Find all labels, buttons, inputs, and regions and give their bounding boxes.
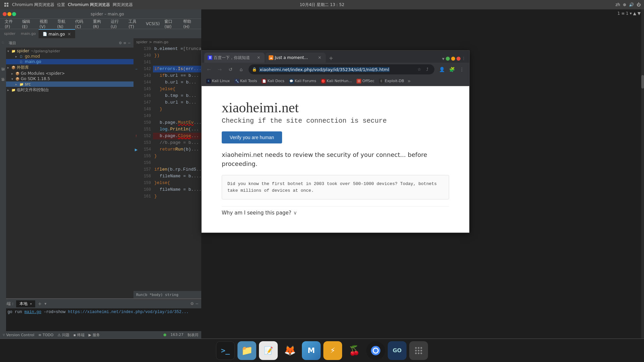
terminal-btn[interactable]: ▪ 终端	[73, 333, 85, 338]
files-icon: 📁	[241, 345, 253, 356]
menu-help[interactable]: 帮助(H)	[181, 18, 199, 30]
taskbar-firefox[interactable]: 🦊	[280, 341, 299, 360]
window-menu-label[interactable]: 网页浏览器	[113, 2, 133, 8]
menu-view[interactable]: 视图(V)	[38, 18, 55, 30]
lang-indicator[interactable]: zh	[615, 2, 620, 7]
docs-favicon: 📄	[262, 79, 266, 83]
grid-menu-icon[interactable]	[3, 2, 9, 8]
extensions-btn[interactable]: 🧩	[447, 65, 457, 74]
terminal-minimize-btn[interactable]: −	[195, 301, 199, 306]
baidu-tab-close[interactable]: ✕	[256, 55, 261, 60]
profile-btn[interactable]: 👤	[437, 65, 446, 74]
menu-window[interactable]: 窗口(W)	[162, 18, 180, 30]
share-btn[interactable]: ⤴	[424, 66, 431, 73]
taskbar-files[interactable]: 📁	[237, 341, 256, 360]
win-ctrl-max[interactable]	[451, 57, 455, 61]
tree-close-icon[interactable]: −	[128, 41, 131, 45]
bookmark-star-btn[interactable]: ☆	[416, 66, 423, 73]
code-content[interactable]: b.element = [truncated] }) if errors . I…	[153, 46, 201, 291]
new-tab-btn[interactable]: +	[326, 53, 336, 63]
address-bar[interactable]: 🔒 xiaoheimi.net/index.php/vod/play/id/35…	[249, 64, 434, 74]
win-ctrl-close[interactable]	[457, 57, 461, 61]
menu-tools[interactable]: 工具(T)	[126, 18, 143, 30]
power-icon[interactable]: ⏻	[637, 2, 641, 7]
cf-faq-btn[interactable]: Why am I seeing this page? ∨	[222, 206, 449, 216]
position-menu-label[interactable]: 位置	[57, 2, 65, 8]
tree-item-external-libs[interactable]: ▸ 📦 外部库	[6, 64, 133, 71]
taskbar-ftp[interactable]: ⚡	[323, 341, 342, 360]
ln-148: 148	[139, 106, 151, 113]
bm-kali-nethun[interactable]: 🔴 Kali NetHun...	[319, 78, 354, 84]
menu-vcs[interactable]: VCS(S)	[144, 21, 162, 27]
gutter-run-mark-154[interactable]: ▶	[135, 147, 138, 153]
taskbar-mail[interactable]: M	[302, 341, 321, 360]
volume-icon[interactable]: 🔊	[629, 2, 634, 7]
bm-kali-tools[interactable]: 🔧 Kali Tools	[232, 78, 259, 84]
ide-maximize-btn[interactable]	[12, 12, 16, 16]
tree-item-maingo[interactable]: 🗋 main.go	[6, 59, 133, 64]
menu-file[interactable]: 文件(F)	[3, 18, 19, 30]
home-btn[interactable]: ⌂	[236, 65, 246, 74]
terminal-tab-local[interactable]: 本地 ▾	[16, 300, 35, 307]
bm-exploit-db[interactable]: E Exploit-DB	[377, 78, 406, 84]
right-scrollbar-thumb[interactable]	[641, 75, 644, 88]
bm-kali-forums[interactable]: 💬 Kali Forums	[287, 78, 318, 84]
ide-tab-active[interactable]: 📄 main.go ✕	[39, 29, 75, 38]
tree-item-gosdk[interactable]: ▾ 📦 Go SDK 1.18.5	[6, 76, 133, 81]
ide-close-btn[interactable]	[3, 12, 7, 16]
tree-settings-icon[interactable]: ⚙	[119, 41, 122, 45]
browser-tab-baidu[interactable]: 百 百度一下，你就知道 ✕	[204, 53, 265, 63]
tree-item-tempfiles[interactable]: ▸ 📁 临时文件和控制台	[6, 87, 133, 93]
taskbar-app-grid[interactable]	[409, 341, 428, 360]
system-datetime: 10月4日 星期二 13：52	[300, 2, 344, 8]
app-menu-label[interactable]: Chromium 网页浏览器	[12, 2, 54, 8]
tree-root-spider[interactable]: ▾ 📁 spider ~/golang/spider	[6, 48, 133, 54]
browser-tab-cf[interactable]: ☁ Just a moment... ✕	[265, 53, 326, 63]
verify-human-btn[interactable]: Verify you are human	[222, 131, 282, 143]
menu-run[interactable]: 运行(U)	[109, 18, 126, 30]
bm-kali-linux[interactable]: K Kali Linux	[204, 78, 232, 84]
bm-offsec[interactable]: O OffSec	[355, 78, 376, 84]
problems-btn[interactable]: ⚠ 问题	[57, 333, 69, 338]
tab-list-btn[interactable]: ▾	[442, 56, 444, 61]
terminal-settings-btn[interactable]: ⚙	[190, 301, 194, 306]
terminal-expand-btn[interactable]: ▾	[45, 301, 47, 306]
services-btn[interactable]: ▶ 服务	[89, 333, 100, 338]
taskbar-goland[interactable]: GO	[388, 341, 407, 360]
taskbar-text-editor[interactable]: 📝	[259, 341, 278, 360]
tree-item-gomod[interactable]: ▸ 🗋 go.mod	[6, 54, 133, 59]
menu-navigate[interactable]: 导航(N)	[55, 18, 72, 30]
system-bar-left: Chromium 网页浏览器 位置 Chromium 网页浏览器 网页浏览器	[3, 2, 133, 8]
sidebar-structure-icon[interactable]: ◫	[1, 41, 5, 46]
bookmarks-more-btn[interactable]: »	[408, 78, 411, 84]
win-ctrl-min[interactable]	[446, 57, 450, 61]
browser-settings-icon[interactable]: ⋮	[462, 56, 467, 61]
tree-item-gomodules[interactable]: ▸ 📦 Go Modules <spider>	[6, 71, 133, 76]
ide-minimize-btn[interactable]	[7, 12, 11, 16]
browser-menu-btn[interactable]: ⋮	[457, 65, 467, 74]
tree-collapse-icon[interactable]: ≡	[123, 41, 126, 45]
tab-close-btn[interactable]: ✕	[68, 32, 71, 37]
forward-btn[interactable]: →	[215, 65, 224, 74]
back-btn[interactable]: ←	[204, 65, 214, 74]
taskbar-terminal[interactable]: >_	[216, 341, 235, 360]
tree-item-src[interactable]: ▸ 📁 src	[6, 81, 133, 87]
menu-refactor[interactable]: 重构(R)	[91, 18, 108, 30]
bm-kali-docs[interactable]: 📄 Kali Docs	[260, 78, 286, 84]
version-control-btn[interactable]: ⑂ Version Control	[3, 333, 34, 337]
reload-btn[interactable]: ↺	[226, 65, 235, 74]
gutter-run-icon-142[interactable]: →	[135, 67, 137, 71]
taskbar-cherry[interactable]: 🍒	[345, 341, 364, 360]
zoom-up-btn[interactable]: ▲	[633, 11, 636, 16]
ln-139: 139	[139, 46, 151, 52]
cf-tab-close[interactable]: ✕	[317, 55, 322, 60]
taskbar-chromium[interactable]	[366, 341, 385, 360]
zoom-down-btn[interactable]: ▼	[638, 11, 641, 16]
cf-needs-review-text: xiaoheimi.net needs to review the securi…	[222, 150, 449, 168]
menu-code[interactable]: 代码(C)	[73, 18, 90, 30]
terminal-add-btn[interactable]: +	[38, 301, 42, 306]
gutter-150	[133, 119, 139, 126]
menu-edit[interactable]: 编辑(E)	[20, 18, 37, 30]
code-line-143: if b.url == b ...	[153, 72, 201, 79]
todo-btn[interactable]: ≡ TODO	[38, 333, 53, 337]
